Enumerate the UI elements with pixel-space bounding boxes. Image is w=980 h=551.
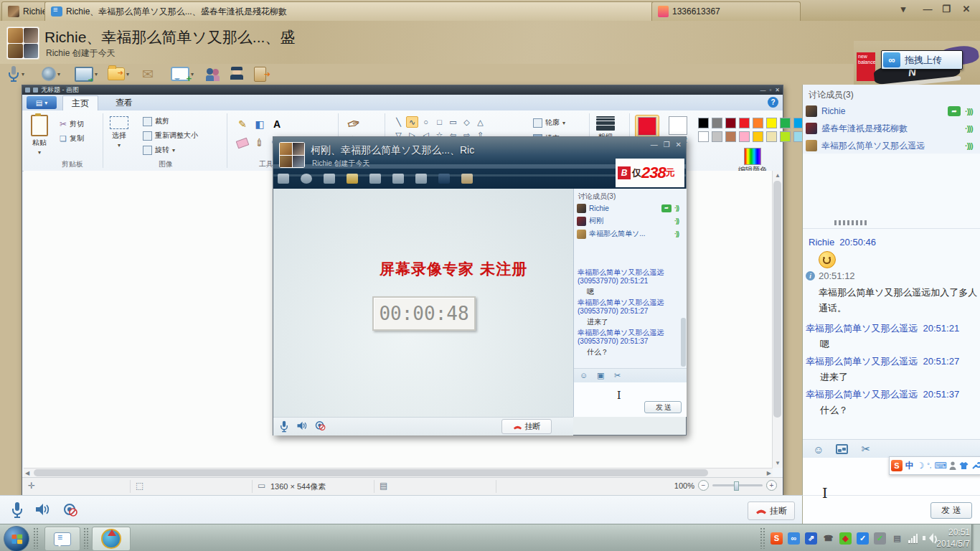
microphone-icon[interactable]: [278, 174, 289, 184]
shirt-icon[interactable]: [959, 461, 969, 470]
sogou-logo-icon[interactable]: S: [891, 460, 903, 471]
shape-tool[interactable]: ◇: [461, 116, 473, 128]
cut-button[interactable]: ✂ 剪切: [60, 119, 84, 129]
speaker-button[interactable]: [296, 421, 308, 434]
paint-close-button[interactable]: ✕: [775, 87, 780, 93]
fill-tool[interactable]: ◧: [252, 116, 268, 132]
scroll-up-arrow[interactable]: ▲: [775, 172, 781, 179]
shape-tool[interactable]: ╲: [392, 116, 405, 128]
show-desktop-button[interactable]: [971, 524, 980, 551]
group-avatar[interactable]: [6, 27, 39, 60]
camera-off-button[interactable]: [315, 420, 326, 434]
quick-access-icon[interactable]: [25, 88, 30, 93]
shape-tool[interactable]: ▭: [447, 116, 459, 128]
moon-icon[interactable]: ☽: [917, 461, 925, 471]
video-call-button[interactable]: ▾: [39, 65, 63, 83]
screen-share-icon[interactable]: ➦: [948, 106, 961, 116]
shape-tool[interactable]: □: [433, 116, 446, 128]
taskbar-app-chat[interactable]: [44, 527, 80, 551]
keyboard-icon[interactable]: ⌨: [934, 461, 946, 471]
palette-color[interactable]: [712, 118, 722, 128]
file-transfer-button[interactable]: ▾: [105, 65, 132, 83]
chinese-mode-icon[interactable]: 中: [905, 460, 914, 472]
paint-menu-button[interactable]: ▤▾: [27, 96, 57, 109]
select-button[interactable]: 选择 ▾: [110, 116, 128, 149]
rotate-button[interactable]: 旋转 ▾: [143, 145, 175, 155]
report-button[interactable]: [228, 65, 245, 83]
paint-restore-button[interactable]: ▫: [769, 87, 771, 93]
palette-color[interactable]: [739, 131, 750, 142]
tray-network-icon[interactable]: ◈: [839, 532, 852, 545]
punctuation-icon[interactable]: °,: [927, 462, 931, 469]
scroll-left-arrow[interactable]: ◀: [25, 470, 29, 476]
zoom-out-button[interactable]: −: [698, 480, 709, 491]
palette-color[interactable]: [725, 118, 736, 128]
paint-titlebar[interactable]: 无标题 - 画图 — ▫ ✕: [22, 85, 783, 95]
emoji-button[interactable]: ☺: [811, 443, 826, 456]
member-row[interactable]: 盛春年漨祇是殘花柳數 ·))): [806, 121, 978, 136]
video-restore-button[interactable]: ❐: [664, 141, 670, 149]
image-button[interactable]: ▣: [597, 371, 604, 380]
palette-color[interactable]: [698, 131, 709, 142]
scrollbar-thumb[interactable]: [773, 181, 781, 418]
taskbar-app-recorder[interactable]: [92, 527, 131, 551]
send-button[interactable]: 发送: [644, 401, 682, 413]
member-row[interactable]: 幸福那么简单ソ... ·)): [577, 227, 684, 240]
color-picker-tool[interactable]: ✐: [252, 135, 268, 151]
member-row[interactable]: Richie ➦ ·)): [577, 202, 684, 215]
folder-icon[interactable]: [347, 174, 358, 184]
scrollbar-thumb[interactable]: [681, 318, 686, 367]
tray-usb-icon[interactable]: ✓: [874, 532, 886, 545]
webcam-icon[interactable]: [301, 174, 312, 184]
horizontal-scrollbar[interactable]: ◀ ▶: [24, 468, 773, 478]
screen-share-button[interactable]: ▾: [72, 65, 100, 83]
palette-color[interactable]: [780, 118, 791, 128]
invite-members-button[interactable]: [202, 65, 225, 83]
palette-color[interactable]: [712, 131, 722, 142]
palette-color[interactable]: [739, 118, 750, 128]
drag-upload-button[interactable]: ∞ 拖拽上传: [881, 50, 963, 70]
tab-group-chat[interactable]: Richie、幸福那么简单ソ又那么...、盛春年漨祇是殘花柳數: [44, 1, 661, 21]
palette-color[interactable]: [780, 131, 791, 142]
mail-button[interactable]: ✉: [139, 65, 156, 83]
text-tool[interactable]: A: [269, 116, 285, 132]
copy-button[interactable]: ❏ 复制: [60, 133, 84, 143]
tab-home[interactable]: 主页: [62, 95, 98, 111]
camera-off-button[interactable]: [63, 503, 79, 520]
volume-icon[interactable]: [923, 533, 934, 543]
zoom-in-button[interactable]: +: [766, 480, 777, 491]
hangup-button[interactable]: 挂断: [748, 501, 795, 520]
member-row[interactable]: Richie ➦ ·))): [806, 103, 978, 119]
tray-phone-icon[interactable]: ☎: [822, 532, 834, 545]
paste-button[interactable]: 粘贴 ▾: [31, 115, 48, 156]
crop-button[interactable]: 裁剪: [143, 116, 169, 126]
shape-tool[interactable]: △: [474, 116, 486, 128]
quick-access-icon[interactable]: [33, 88, 38, 93]
start-button[interactable]: [4, 526, 29, 551]
speaker-button[interactable]: [34, 503, 52, 520]
zoom-slider[interactable]: [712, 484, 763, 486]
screenshot-scissors-button[interactable]: ✂: [859, 443, 873, 456]
tab-view[interactable]: 查看: [107, 95, 141, 110]
exit-door-icon[interactable]: [461, 174, 473, 184]
shape-tool[interactable]: ○: [420, 116, 432, 128]
shape-outline-button[interactable]: 轮廓 ▾: [533, 118, 565, 128]
mail-icon[interactable]: [369, 174, 381, 184]
palette-color[interactable]: [753, 118, 763, 128]
palette-color[interactable]: [766, 118, 777, 128]
create-chat-button[interactable]: ▾: [168, 65, 197, 83]
screen-share-icon[interactable]: [324, 174, 335, 184]
shape-tool[interactable]: ∿: [406, 116, 418, 128]
taskbar-clock[interactable]: 20:51 2014/5/7: [936, 527, 970, 550]
zoom-slider-knob[interactable]: [734, 481, 739, 491]
person-icon[interactable]: [949, 461, 956, 471]
resize-button[interactable]: 重新调整大小: [143, 131, 198, 141]
scroll-right-arrow[interactable]: ▶: [767, 470, 771, 476]
vertical-scrollbar[interactable]: ▲ ▼: [772, 171, 783, 468]
close-button[interactable]: ✕: [957, 2, 976, 16]
people-icon[interactable]: [415, 174, 427, 184]
image-button[interactable]: [834, 443, 849, 456]
minimize-button[interactable]: —: [918, 2, 937, 16]
video-minimize-button[interactable]: —: [651, 141, 658, 149]
leave-group-button[interactable]: [251, 65, 269, 83]
